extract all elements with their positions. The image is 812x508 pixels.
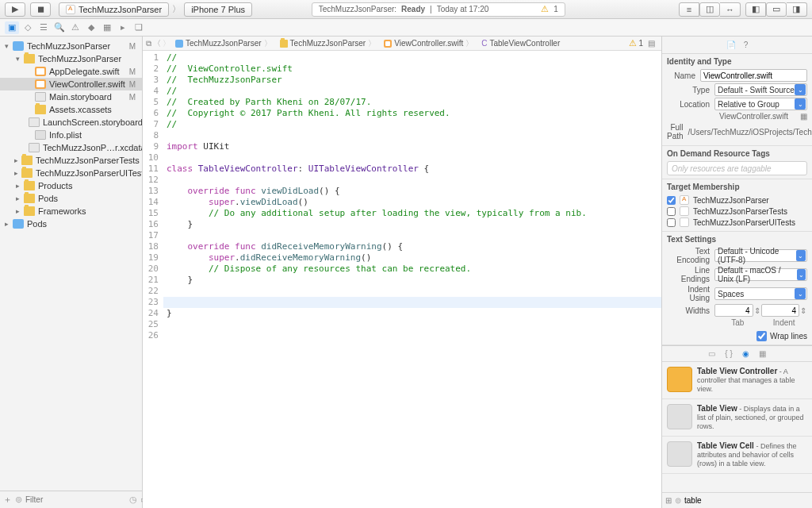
add-button[interactable]: ＋ (3, 494, 12, 506)
location-select[interactable]: Relative to Group⌄ (714, 98, 807, 110)
location-folder-icon[interactable]: ▦ (800, 112, 807, 121)
project-navigator-tab[interactable]: ▣ (5, 21, 19, 34)
related-items-icon[interactable]: ⧉ (146, 39, 151, 48)
tree-item[interactable]: Info.plist (0, 129, 142, 141)
tree-item[interactable]: Assets.xcassets (0, 103, 142, 116)
target-membership-row[interactable]: TechMuzzJsonParserTests (667, 206, 807, 217)
project-navigator: ▾TechMuzzJsonParserM▾TechMuzzJsonParserA… (0, 37, 143, 508)
library-item[interactable]: Table View - Displays data in a list of … (662, 399, 812, 437)
editor-warning-icon[interactable]: ⚠ (629, 38, 637, 48)
navigator-filter-input[interactable] (25, 495, 126, 504)
library-filter-input[interactable] (684, 496, 809, 505)
tree-item[interactable]: ▾TechMuzzJsonParserM (0, 40, 142, 52)
tree-item[interactable]: ▸Pods (0, 192, 142, 205)
tree-item[interactable]: ▸Pods (0, 217, 142, 230)
symbol-navigator-tab[interactable]: ☰ (36, 21, 51, 34)
file-inspector-tab[interactable]: 📄 (726, 40, 736, 49)
tree-item[interactable]: TechMuzzJsonP…r.xcdatamodeld (0, 141, 142, 154)
text-encoding-select[interactable]: Default - Unicode (UTF-8)⌄ (714, 249, 807, 262)
source-editor-pane: ⧉ 〈 〉 TechMuzzJsonParser〉 TechMuzzJsonPa… (143, 37, 661, 508)
jump-bar[interactable]: ⧉ 〈 〉 TechMuzzJsonParser〉 TechMuzzJsonPa… (143, 37, 661, 51)
breakpoint-navigator-tab[interactable]: ▸ (116, 21, 130, 34)
activity-status: TechMuzzJsonParser: Ready | Today at 17:… (312, 2, 565, 17)
debug-navigator-tab[interactable]: ▦ (100, 21, 114, 34)
tree-item[interactable]: ▸Products (0, 179, 142, 192)
tree-item[interactable]: ▸TechMuzzJsonParserUITests (0, 167, 142, 179)
toggle-navigator-button[interactable]: ◧ (745, 2, 766, 17)
issue-navigator-tab[interactable]: ⚠ (68, 21, 82, 34)
library-item[interactable]: Table View Cell - Defines the attributes… (662, 437, 812, 474)
odr-tags-input: Only resources are taggable (667, 161, 807, 175)
target-membership-row[interactable]: TechMuzzJsonParser (667, 194, 807, 206)
main-toolbar: ▶ ◼ TechMuzzJsonParser 〉 iPhone 7 Plus T… (0, 0, 812, 19)
scheme-device[interactable]: iPhone 7 Plus (184, 2, 252, 17)
toggle-debug-button[interactable]: ▭ (766, 2, 787, 17)
target-membership-row[interactable]: TechMuzzJsonParserUITests (667, 217, 807, 228)
tree-item[interactable]: ViewController.swiftM (0, 78, 142, 90)
find-navigator-tab[interactable]: 🔍 (52, 21, 67, 34)
run-button[interactable]: ▶ (5, 2, 25, 17)
tree-item[interactable]: ▾TechMuzzJsonParser (0, 52, 142, 65)
library-item[interactable]: Table View Controller - A controller tha… (662, 362, 812, 399)
tree-item[interactable]: ▸TechMuzzJsonParserTests (0, 154, 142, 167)
stop-button[interactable]: ◼ (30, 2, 51, 17)
jump-bar-menu-icon[interactable]: ▤ (645, 39, 658, 48)
test-navigator-tab[interactable]: ◆ (84, 21, 98, 34)
scheme-target[interactable]: TechMuzzJsonParser (59, 2, 169, 17)
tree-item[interactable]: LaunchScreen.storyboard (0, 116, 142, 129)
media-library-tab[interactable]: ▦ (759, 349, 766, 358)
warning-icon[interactable]: ⚠ (541, 4, 549, 14)
tree-item[interactable]: AppDelegate.swiftM (0, 65, 142, 78)
editor-standard-button[interactable]: ≡ (679, 2, 699, 17)
tab-width-input[interactable] (714, 304, 753, 317)
editor-version-button[interactable]: ↔ (720, 2, 741, 17)
library-view-toggle[interactable]: ⊞ (665, 496, 672, 505)
back-button[interactable]: 〈 (153, 38, 161, 49)
indent-width-input[interactable] (761, 304, 800, 317)
recent-filter-icon[interactable]: ◷ (129, 495, 137, 505)
line-endings-select[interactable]: Default - macOS / Unix (LF)⌄ (714, 268, 807, 281)
editor-assistant-button[interactable]: ◫ (699, 2, 720, 17)
quick-help-tab[interactable]: ? (744, 40, 749, 49)
code-snippet-library-tab[interactable]: { } (725, 349, 732, 358)
tree-item[interactable]: Main.storyboardM (0, 90, 142, 103)
report-navigator-tab[interactable]: ❏ (132, 21, 146, 34)
toggle-inspector-button[interactable]: ◨ (787, 2, 807, 17)
filter-icon: ⊚ (15, 495, 22, 505)
forward-button[interactable]: 〉 (163, 38, 170, 49)
file-template-library-tab[interactable]: ▭ (708, 349, 715, 358)
source-control-navigator-tab[interactable]: ◇ (21, 21, 35, 34)
filter-icon: ⊚ (675, 496, 681, 505)
file-type-select[interactable]: Default - Swift Source⌄ (714, 83, 807, 96)
object-library-tab[interactable]: ◉ (742, 349, 749, 358)
navigator-tabs: ▣ ◇ ☰ 🔍 ⚠ ◆ ▦ ▸ ❏ (0, 19, 812, 37)
indent-using-select[interactable]: Spaces⌄ (714, 287, 807, 300)
source-editor[interactable]: 1234567891011121314151617181920212223242… (143, 51, 661, 508)
tree-item[interactable]: ▸Frameworks (0, 205, 142, 217)
wrap-lines-checkbox[interactable] (756, 331, 767, 341)
file-name-input[interactable] (700, 69, 807, 82)
utilities-inspector: 📄 ? Identity and Type Name TypeDefault -… (661, 37, 812, 508)
